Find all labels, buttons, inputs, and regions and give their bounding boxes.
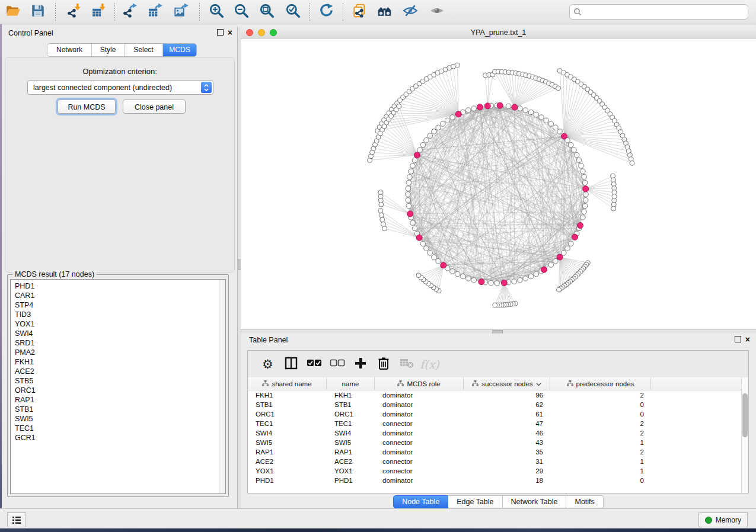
- result-node-item[interactable]: RAP1: [11, 395, 225, 405]
- network-node[interactable]: [534, 112, 539, 117]
- table-scrollbar[interactable]: [741, 377, 748, 493]
- tab-style[interactable]: Style: [92, 44, 125, 56]
- result-node-item[interactable]: TEC1: [11, 424, 225, 433]
- network-hub-node[interactable]: [484, 103, 490, 109]
- network-node[interactable]: [406, 186, 411, 191]
- tab-mcds[interactable]: MCDS: [163, 44, 196, 56]
- search-box[interactable]: [569, 4, 748, 20]
- result-node-item[interactable]: ACE2: [11, 367, 225, 376]
- result-node-item[interactable]: ORC1: [11, 386, 225, 395]
- network-node[interactable]: [544, 118, 549, 123]
- column-header-shared-name[interactable]: shared name: [248, 377, 327, 390]
- zoom-selected-button[interactable]: [282, 2, 304, 22]
- network-leaf-node[interactable]: [556, 86, 561, 91]
- first-neighbors-button[interactable]: [374, 2, 395, 22]
- network-node[interactable]: [561, 251, 566, 256]
- network-leaf-node[interactable]: [381, 222, 386, 226]
- network-hub-node[interactable]: [407, 211, 413, 217]
- result-list-scrollbar[interactable]: [219, 280, 225, 493]
- network-hub-node[interactable]: [562, 133, 567, 139]
- network-node[interactable]: [420, 142, 426, 148]
- network-node[interactable]: [428, 133, 433, 139]
- mcds-result-list[interactable]: PHD1CAR1STP4TID3YOX1SWI4SRD1PMA2FKH1ACE2…: [10, 279, 226, 494]
- network-node[interactable]: [417, 148, 423, 153]
- network-hub-node[interactable]: [497, 102, 503, 108]
- memory-button[interactable]: Memory: [698, 512, 748, 527]
- network-node[interactable]: [582, 203, 588, 209]
- network-canvas[interactable]: [241, 39, 756, 329]
- network-leaf-node[interactable]: [380, 217, 385, 222]
- result-node-item[interactable]: SWI5: [11, 414, 225, 424]
- network-leaf-node[interactable]: [416, 273, 421, 278]
- network-node[interactable]: [436, 125, 441, 130]
- network-node[interactable]: [583, 192, 589, 197]
- network-node[interactable]: [471, 106, 477, 111]
- network-leaf-node[interactable]: [455, 63, 460, 68]
- table-row[interactable]: SWI4SWI4dominator462: [248, 428, 741, 438]
- network-node[interactable]: [506, 104, 511, 109]
- network-node[interactable]: [410, 220, 416, 226]
- deselect-all-rows-button[interactable]: [326, 354, 349, 374]
- network-node[interactable]: [440, 121, 445, 127]
- network-node[interactable]: [553, 125, 559, 130]
- network-node[interactable]: [432, 255, 437, 260]
- network-node[interactable]: [557, 129, 563, 134]
- export-image-button[interactable]: [171, 2, 192, 22]
- search-input[interactable]: [584, 7, 744, 17]
- network-node[interactable]: [580, 169, 586, 174]
- result-node-item[interactable]: PHD1: [11, 281, 225, 291]
- network-node[interactable]: [465, 108, 471, 113]
- task-history-button[interactable]: [7, 512, 26, 527]
- network-hub-node[interactable]: [583, 186, 589, 192]
- table-row[interactable]: TEC1TEC1connector472: [248, 419, 741, 428]
- network-node[interactable]: [424, 137, 429, 143]
- column-header-name[interactable]: name: [327, 377, 375, 390]
- network-window-titlebar[interactable]: YPA_prune.txt_1: [241, 27, 756, 40]
- network-node[interactable]: [572, 148, 577, 153]
- result-node-item[interactable]: FKH1: [11, 357, 225, 367]
- network-node[interactable]: [409, 169, 414, 174]
- result-node-item[interactable]: SWI4: [11, 329, 225, 338]
- delete-column-button[interactable]: [372, 354, 395, 374]
- network-node[interactable]: [548, 262, 554, 268]
- network-hub-node[interactable]: [512, 104, 518, 110]
- network-node[interactable]: [582, 180, 588, 185]
- network-node[interactable]: [428, 251, 433, 256]
- network-node[interactable]: [583, 198, 588, 203]
- network-node[interactable]: [424, 246, 429, 251]
- network-hub-node[interactable]: [479, 279, 484, 285]
- export-table-button[interactable]: [145, 2, 166, 22]
- column-header-predecessor-nodes[interactable]: predecessor nodes: [550, 377, 651, 390]
- network-node[interactable]: [450, 269, 455, 274]
- network-node[interactable]: [579, 163, 584, 168]
- network-hub-node[interactable]: [541, 267, 547, 273]
- network-leaf-node[interactable]: [382, 226, 387, 231]
- open-session-button[interactable]: [2, 2, 24, 22]
- tab-edge-table[interactable]: Edge Table: [448, 495, 502, 508]
- table-row[interactable]: RAP1RAP1dominator352: [248, 447, 741, 457]
- network-node[interactable]: [471, 278, 477, 283]
- zoom-fit-button[interactable]: [256, 2, 277, 22]
- network-node[interactable]: [406, 180, 412, 185]
- network-node[interactable]: [518, 278, 523, 283]
- network-node[interactable]: [406, 192, 411, 197]
- result-node-item[interactable]: PMA2: [11, 348, 225, 357]
- result-node-item[interactable]: YOX1: [11, 319, 225, 329]
- select-all-rows-button[interactable]: [302, 354, 326, 374]
- network-node[interactable]: [407, 174, 413, 180]
- network-node[interactable]: [436, 258, 441, 264]
- import-table-button[interactable]: [88, 2, 110, 22]
- table-row[interactable]: ACE2ACE2connector311: [248, 457, 741, 466]
- network-node[interactable]: [523, 276, 528, 281]
- network-node[interactable]: [565, 246, 570, 251]
- network-leaf-node[interactable]: [378, 190, 383, 195]
- network-node[interactable]: [432, 129, 437, 134]
- network-node[interactable]: [539, 115, 544, 120]
- network-node[interactable]: [548, 121, 554, 127]
- show-all-button[interactable]: [426, 2, 448, 22]
- network-node[interactable]: [450, 115, 455, 120]
- result-node-item[interactable]: STB1: [11, 405, 225, 414]
- network-node[interactable]: [410, 163, 416, 168]
- result-node-item[interactable]: TID3: [11, 310, 225, 319]
- network-node[interactable]: [523, 108, 528, 113]
